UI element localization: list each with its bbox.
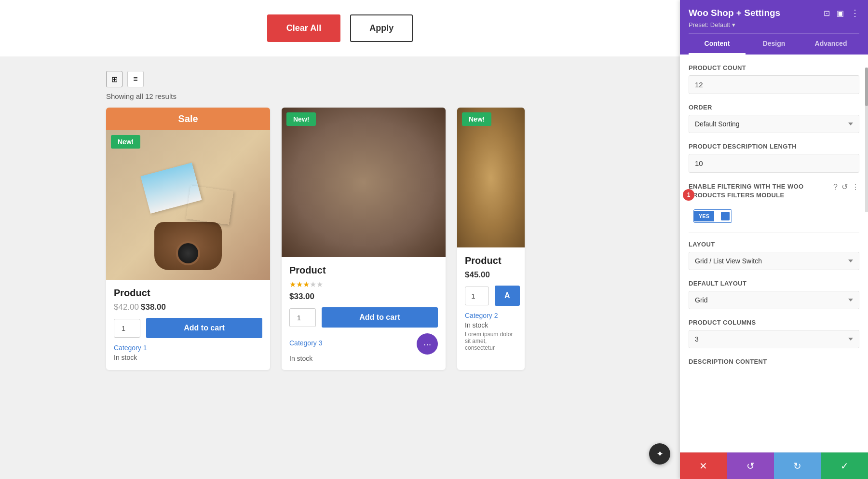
help-icon[interactable]: ?	[833, 183, 838, 192]
desc-length-input[interactable]	[689, 154, 859, 173]
apply-button[interactable]: Apply	[350, 14, 413, 42]
list-icon: ≡	[133, 75, 137, 83]
cancel-icon: ✕	[699, 460, 707, 472]
default-layout-field: Default Layout Grid List	[689, 280, 859, 309]
more-field-icon[interactable]: ⋮	[852, 182, 859, 192]
layout-select[interactable]: Grid / List View Switch Grid List	[689, 252, 859, 270]
more-options-button-2[interactable]: ···	[417, 333, 438, 355]
new-badge-2: New!	[286, 112, 316, 126]
product-name-2: Product	[289, 265, 438, 276]
desc-length-field: Product Description Length	[689, 143, 859, 173]
products-grid: Sale New! Product $42.00$38.00 Add to ca…	[0, 108, 680, 384]
sale-price-1: $38.00	[141, 302, 166, 312]
enable-filtering-toggle[interactable]: YES	[693, 209, 732, 223]
divider-1	[689, 233, 859, 233]
reset-icon[interactable]: ↺	[841, 182, 848, 192]
panel-title-row: Woo Shop + Settings ⊡ ▣ ⋮	[689, 8, 859, 18]
enable-filtering-label: Enable Filtering with the Woo Products F…	[689, 182, 833, 200]
product-actions-2: Add to cart	[289, 307, 438, 328]
responsive-icon[interactable]: ⊡	[824, 9, 830, 18]
clear-all-button[interactable]: Clear All	[267, 14, 340, 42]
product-card-3: New! Product $45.00 A Category 2 In stoc…	[457, 108, 525, 370]
product-name-1: Product	[114, 287, 262, 299]
regular-price-2: $33.00	[289, 292, 314, 301]
panel-title-icons: ⊡ ▣ ⋮	[824, 8, 859, 18]
toggle-switch[interactable]	[714, 210, 732, 222]
view-controls: ⊞ ≡	[0, 66, 680, 90]
enable-filtering-row: 1 Enable Filtering with the Woo Products…	[689, 182, 859, 200]
description-content-field: Description Content	[689, 358, 859, 365]
scrollbar-thumb[interactable]	[865, 68, 868, 106]
product-columns-select[interactable]: 3 2 4	[689, 330, 859, 348]
order-select[interactable]: Default Sorting	[689, 115, 859, 133]
add-to-cart-button-2[interactable]: Add to cart	[322, 307, 438, 328]
floating-icon: ✦	[656, 449, 664, 459]
confirm-icon: ✓	[841, 460, 849, 472]
add-to-cart-button-1[interactable]: Add to cart	[146, 318, 262, 338]
filter-bar: Clear All Apply	[0, 0, 680, 56]
settings-panel: Woo Shop + Settings ⊡ ▣ ⋮ Preset: Defaul…	[680, 0, 868, 479]
badge-number-1: 1	[683, 189, 694, 201]
default-layout-select[interactable]: Grid List	[689, 291, 859, 309]
tab-content[interactable]: Content	[689, 34, 746, 55]
floating-action-button[interactable]: ✦	[649, 443, 670, 465]
product-stars-2: ★★★★★	[289, 280, 438, 289]
product-image-3	[457, 108, 525, 247]
product-actions-3: A	[465, 286, 517, 306]
more-panel-icon[interactable]: ⋮	[851, 8, 859, 18]
quantity-input-2[interactable]	[289, 308, 316, 327]
default-layout-label: Default Layout	[689, 280, 859, 287]
order-field: Order Default Sorting	[689, 104, 859, 133]
toggle-controls: ? ↺ ⋮	[833, 182, 859, 192]
product-category-3[interactable]: Category 2	[465, 312, 517, 319]
tab-design[interactable]: Design	[746, 34, 802, 55]
results-count: Showing all 12 results	[0, 90, 680, 108]
product-info-3: Product $45.00 A Category 2 In stock Lor…	[457, 247, 525, 359]
order-label: Order	[689, 104, 859, 111]
confirm-button[interactable]: ✓	[821, 452, 868, 479]
tab-advanced[interactable]: Advanced	[802, 34, 859, 55]
product-price-3: $45.00	[465, 270, 517, 280]
new-badge-3: New!	[462, 112, 491, 126]
product-count-field: Product Count	[689, 64, 859, 94]
panel-toolbar: ✕ ↺ ↻ ✓	[680, 452, 868, 479]
product-count-input[interactable]	[689, 75, 859, 94]
product-category-2[interactable]: Category 3	[289, 339, 322, 347]
quantity-input-1[interactable]	[114, 319, 140, 338]
product-price-1: $42.00$38.00	[114, 302, 262, 312]
product-card-2: New! Product ★★★★★ $33.00 Add to cart Ca…	[282, 108, 446, 370]
layout-icon[interactable]: ▣	[837, 9, 844, 18]
new-badge-1: New!	[111, 135, 140, 149]
product-info-2: Product ★★★★★ $33.00 Add to cart Categor…	[282, 257, 446, 370]
layout-label: Layout	[689, 241, 859, 248]
desc-length-label: Product Description Length	[689, 143, 859, 150]
panel-header: Woo Shop + Settings ⊡ ▣ ⋮ Preset: Defaul…	[680, 0, 868, 55]
quantity-input-3[interactable]	[465, 287, 489, 305]
list-view-button[interactable]: ≡	[127, 71, 144, 87]
product-stock-3: In stock	[465, 321, 517, 329]
product-stock-1: In stock	[114, 354, 262, 361]
cancel-button[interactable]: ✕	[680, 452, 727, 479]
product-price-2: $33.00	[289, 292, 438, 301]
panel-content: Product Count Order Default Sorting Prod…	[680, 55, 868, 452]
product-image-2	[282, 108, 446, 257]
scrollbar-track[interactable]	[865, 68, 868, 212]
original-price-1: $42.00	[114, 302, 139, 312]
add-to-cart-button-3[interactable]: A	[495, 286, 520, 306]
layout-field: Layout Grid / List View Switch Grid List	[689, 241, 859, 270]
product-info-1: Product $42.00$38.00 Add to cart Categor…	[106, 280, 270, 369]
grid-icon: ⊞	[111, 75, 118, 84]
product-card-1: Sale New! Product $42.00$38.00 Add to ca…	[106, 108, 270, 370]
grid-view-button[interactable]: ⊞	[106, 71, 122, 87]
product-category-1[interactable]: Category 1	[114, 344, 262, 352]
panel-title: Woo Shop + Settings	[689, 8, 780, 18]
redo-button[interactable]: ↻	[774, 452, 821, 479]
product-description-3: Lorem ipsum dolor sit amet, consectetur	[465, 331, 517, 351]
product-columns-field: Product columns 3 2 4	[689, 319, 859, 348]
product-image-1	[106, 130, 270, 280]
product-name-3: Product	[465, 255, 517, 266]
toggle-yes-label: YES	[694, 211, 714, 221]
panel-preset[interactable]: Preset: Default ▾	[689, 21, 859, 28]
product-columns-label: Product columns	[689, 319, 859, 326]
undo-button[interactable]: ↺	[727, 452, 774, 479]
